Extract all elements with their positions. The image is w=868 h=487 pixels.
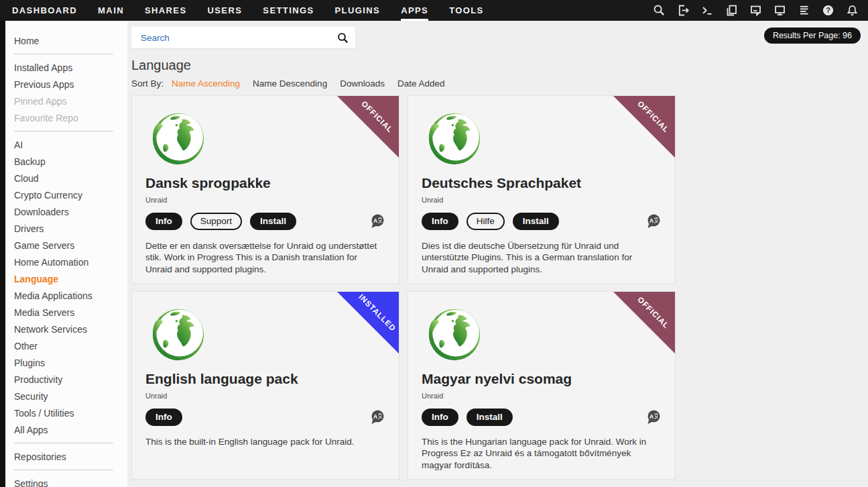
nav-item-label: APPS [401,5,428,15]
install-button[interactable]: Install [467,409,513,426]
sidebar-item-productivity[interactable]: Productivity [14,371,113,388]
search-icon[interactable] [653,4,666,17]
sidebar-item-cloud[interactable]: Cloud [14,170,113,186]
sidebar-item-tools-utilities[interactable]: Tools / Utilities [14,404,113,421]
sidebar-item-label: Media Servers [14,307,74,318]
nav-item-label: USERS [208,5,243,15]
sidebar-item-network-services[interactable]: Network Services [14,321,113,337]
search-input[interactable] [139,32,337,44]
nav-menu: DASHBOARD MAIN SHARES USERS SETTINGS PLU… [12,0,484,21]
app-description: Dies ist die deutsche Übersetzung für Un… [422,240,660,276]
logout-icon[interactable] [677,4,690,17]
info-button[interactable]: Info [145,409,182,426]
sidebar: Home Installed Apps Previous Apps Pinned… [5,21,127,487]
sidebar-item-installed-apps[interactable]: Installed Apps [14,59,113,76]
sidebar-item-settings[interactable]: Settings [14,475,113,487]
sidebar-item-media-applications[interactable]: Media Applications [14,287,113,304]
sidebar-group: AI Backup Cloud Crypto Currency Download… [14,131,113,443]
nav-icon-bar: ? [653,0,859,21]
sidebar-item-label: Other [14,341,38,351]
sidebar-item-crypto-currency[interactable]: Crypto Currency [14,186,113,203]
translate-icon: A [645,213,662,229]
sidebar-item-favourite-repo[interactable]: Favourite Repo [14,109,113,126]
status-ribbon: OFFICIAL [613,96,675,158]
sidebar-item-other[interactable]: Other [14,337,113,354]
terminal-icon[interactable] [701,4,714,17]
app-title: Magyar nyelvi csomag [422,371,662,387]
svg-text:A: A [649,217,654,224]
globe-icon [427,111,482,166]
nav-item-label: MAIN [98,5,124,15]
svg-text:A: A [373,217,377,224]
sidebar-item-language[interactable]: Language [14,270,113,287]
support-button[interactable]: Support [190,213,242,230]
sort-name-descending[interactable]: Name Descending [253,78,327,89]
app-description: This is the Hungarian language pack for … [422,436,660,472]
nav-item-label: SHARES [145,5,187,15]
sort-by-label: Sort By: [131,78,164,89]
sidebar-item-plugins[interactable]: Plugins [14,354,113,371]
info-button[interactable]: Info [422,409,458,426]
help-icon[interactable]: ? [822,4,834,17]
search-submit-icon[interactable] [337,32,349,44]
display-icon[interactable] [773,4,786,17]
sidebar-item-repositories[interactable]: Repositories [14,448,113,465]
nav-item-plugins[interactable]: PLUGINS [335,0,381,21]
nav-item-tools[interactable]: TOOLS [449,0,484,21]
sidebar-item-label: Settings [14,478,48,487]
sidebar-group: Home [14,28,113,54]
sidebar-item-label: Security [14,391,48,402]
sidebar-item-all-apps[interactable]: All Apps [14,421,113,438]
nav-item-dashboard[interactable]: DASHBOARD [12,0,77,21]
sidebar-item-ai[interactable]: AI [14,136,113,153]
nav-item-main[interactable]: MAIN [98,0,124,21]
sidebar-item-previous-apps[interactable]: Previous Apps [14,76,113,93]
sidebar-item-label: Home [14,36,39,46]
sidebar-item-home[interactable]: Home [14,32,113,49]
status-ribbon: OFFICIAL [337,96,399,158]
sidebar-item-backup[interactable]: Backup [14,153,113,170]
sidebar-item-label: Game Servers [14,240,74,251]
support-button[interactable]: Hilfe [467,213,505,230]
app-card-grid: OFFICIAL [131,95,868,480]
nav-item-settings[interactable]: SETTINGS [263,0,314,21]
app-repo: Unraid [145,392,385,400]
main-content: Results Per Page: 96 Language Sort By: N… [127,21,868,487]
sidebar-item-home-automation[interactable]: Home Automation [14,254,113,270]
app-repo: Unraid [145,196,385,204]
notifications-icon[interactable] [846,4,859,17]
feedback-icon[interactable] [749,4,762,17]
sidebar-item-game-servers[interactable]: Game Servers [14,237,113,254]
nav-item-shares[interactable]: SHARES [145,0,187,21]
nav-item-users[interactable]: USERS [208,0,243,21]
info-button[interactable]: Info [145,213,182,230]
app-actions: Info Install A [422,409,662,426]
sidebar-item-label: All Apps [14,425,48,435]
info-button[interactable]: Info [422,213,458,230]
app-card: INSTALLED [131,291,399,480]
install-button[interactable]: Install [513,213,559,230]
sidebar-item-drivers[interactable]: Drivers [14,220,113,237]
copy-icon[interactable] [725,4,738,17]
log-icon[interactable] [798,4,810,17]
sort-option-label: Name Descending [253,78,327,89]
sort-bar: Sort By: Name Ascending Name Descending … [131,78,868,89]
translate-icon: A [369,213,385,229]
sort-date-added[interactable]: Date Added [397,78,445,89]
nav-item-apps[interactable]: APPS [401,0,428,21]
app-title: English language pack [145,371,385,387]
status-ribbon: INSTALLED [337,292,399,354]
sidebar-item-label: AI [14,140,23,150]
sidebar-item-downloaders[interactable]: Downloaders [14,203,113,220]
results-per-page-badge[interactable]: Results Per Page: 96 [764,28,861,44]
sidebar-item-label: Cloud [14,173,39,184]
sidebar-item-pinned-apps[interactable]: Pinned Apps [14,93,113,109]
sidebar-group: Settings [14,470,113,487]
sort-downloads[interactable]: Downloads [340,78,385,89]
sort-name-ascending[interactable]: Name Ascending [172,78,240,89]
sidebar-item-media-servers[interactable]: Media Servers [14,304,113,321]
sidebar-item-security[interactable]: Security [14,388,113,404]
sidebar-item-label: Home Automation [14,257,88,268]
search-box [131,27,355,48]
install-button[interactable]: Install [250,213,296,230]
